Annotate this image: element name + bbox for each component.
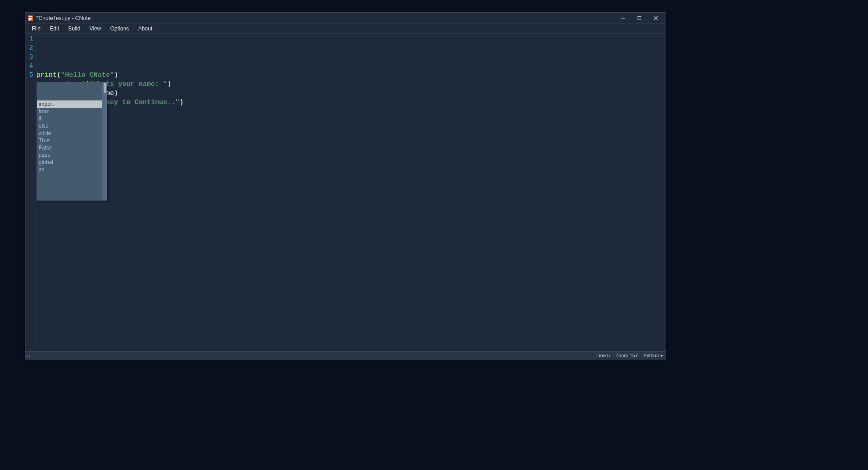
autocomplete-scrollbar[interactable]: [102, 82, 107, 200]
code-line[interactable]: [36, 107, 666, 116]
svg-point-8: [27, 356, 28, 357]
maximize-icon: [637, 16, 642, 20]
menu-file[interactable]: File: [27, 24, 45, 33]
line-number: 5: [25, 71, 35, 80]
token-punc: ): [167, 80, 171, 88]
maximize-button[interactable]: [631, 13, 648, 24]
autocomplete-list[interactable]: importfromifelsewhileTrueFalsepassglobal…: [37, 100, 107, 173]
app-window: *CnoteTest.py - CNote FileEditBuildViewO…: [25, 12, 666, 360]
menu-edit[interactable]: Edit: [45, 24, 64, 33]
menu-about[interactable]: About: [134, 24, 157, 33]
svg-rect-3: [29, 19, 31, 20]
minimize-button[interactable]: [615, 13, 631, 24]
svg-point-10: [29, 355, 30, 355]
code-line[interactable]: print("Hello CNote"): [36, 71, 666, 80]
menu-view[interactable]: View: [85, 24, 106, 33]
token-fn: print: [36, 71, 57, 79]
code-editor[interactable]: print("Hello CNote")name = input("Whats …: [35, 34, 666, 351]
statusbar-zoom-info: Zoom 157: [613, 353, 641, 358]
statusbar-grip-icon: [25, 354, 32, 357]
autocomplete-item[interactable]: as: [37, 166, 107, 173]
token-punc: (: [57, 71, 61, 79]
autocomplete-item[interactable]: from: [37, 108, 107, 115]
autocomplete-scrollbar-thumb[interactable]: [104, 83, 106, 93]
statusbar: Line 5 Zoom 157 Python: [25, 351, 666, 359]
line-number: 3: [25, 53, 35, 62]
minimize-icon: [621, 16, 625, 20]
menu-build[interactable]: Build: [64, 24, 85, 33]
menu-options[interactable]: Options: [106, 24, 134, 33]
token-str: "Hello CNote": [61, 71, 114, 79]
autocomplete-item[interactable]: if: [37, 115, 107, 122]
close-button[interactable]: [648, 13, 664, 24]
svg-point-9: [29, 356, 30, 357]
app-icon: [27, 15, 34, 21]
autocomplete-item[interactable]: else: [37, 122, 107, 130]
autocomplete-popup[interactable]: importfromifelsewhileTrueFalsepassglobal…: [36, 82, 107, 201]
editor-area[interactable]: 12345 print("Hello CNote")name = input("…: [25, 34, 666, 351]
line-number: 1: [25, 35, 35, 44]
autocomplete-item[interactable]: False: [37, 144, 107, 151]
line-number-gutter: 12345: [25, 34, 35, 351]
menubar: FileEditBuildViewOptionsAbout: [25, 24, 666, 34]
window-title: *CnoteTest.py - CNote: [36, 15, 615, 21]
token-punc: ): [114, 71, 118, 79]
line-number: 4: [25, 62, 35, 71]
autocomplete-item[interactable]: global: [37, 159, 107, 166]
token-punc: ): [180, 99, 184, 106]
svg-rect-5: [638, 16, 641, 20]
code-line[interactable]: name = input("Whats your name: "): [36, 80, 666, 89]
autocomplete-item[interactable]: while: [37, 130, 107, 137]
autocomplete-item[interactable]: import: [37, 100, 107, 108]
window-controls: [615, 13, 664, 24]
close-icon: [653, 16, 658, 20]
statusbar-line-info: Line 5: [594, 353, 613, 358]
statusbar-language-selector[interactable]: Python: [641, 353, 666, 358]
autocomplete-item[interactable]: pass: [37, 151, 107, 159]
svg-rect-2: [29, 18, 32, 19]
autocomplete-item[interactable]: True: [37, 137, 107, 144]
titlebar: *CnoteTest.py - CNote: [25, 13, 666, 24]
line-number: 2: [25, 44, 35, 53]
svg-rect-1: [29, 16, 32, 17]
